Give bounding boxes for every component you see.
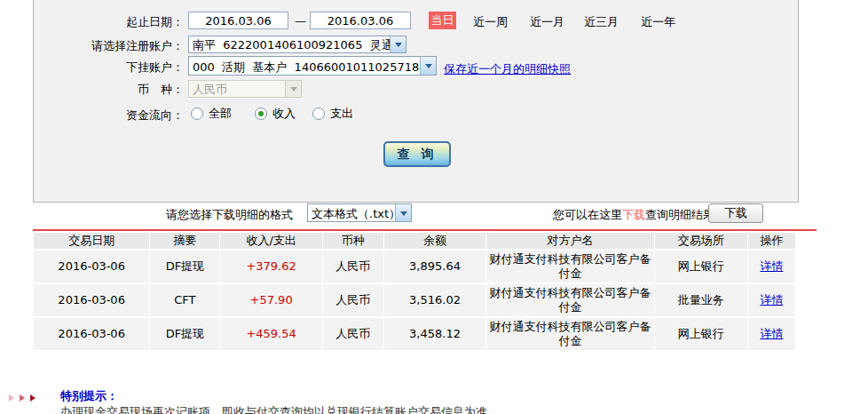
- flow-radio-expense[interactable]: 支出: [312, 106, 353, 122]
- query-form-panel: [33, 0, 799, 203]
- col-header-balance: 余额: [384, 233, 485, 249]
- register-account-value: 南平 6222001406100921065 灵通卡: [189, 36, 390, 52]
- range-week-link[interactable]: 近一周: [473, 14, 508, 30]
- download-button[interactable]: 下载: [708, 203, 763, 223]
- cell-currency: 人民币: [323, 251, 383, 283]
- sub-account-label: 下挂账户：: [71, 60, 184, 76]
- range-year-link[interactable]: 近一年: [641, 14, 675, 30]
- chevron-down-icon[interactable]: [395, 204, 411, 221]
- range-month-link[interactable]: 近一月: [530, 14, 564, 30]
- flow-radio-income[interactable]: 收入: [255, 106, 296, 122]
- cell-summary: DF提现: [150, 318, 219, 350]
- cell-date: 2016-03-06: [34, 251, 149, 283]
- flow-radio-all-label: 全部: [209, 106, 232, 122]
- snapshot-link[interactable]: 保存近一个月的明细快照: [444, 61, 571, 77]
- sub-account-value: 000 活期 基本户 1406600101102571848: [189, 57, 420, 75]
- cell-currency: 人民币: [323, 284, 383, 316]
- radio-icon[interactable]: [255, 107, 267, 120]
- flow-radio-all[interactable]: 全部: [191, 106, 232, 122]
- cell-channel: 网上银行: [655, 318, 747, 350]
- col-header-date: 交易日期: [34, 233, 149, 249]
- cell-channel: 批量业务: [655, 284, 747, 316]
- currency-value: 人民币: [189, 81, 285, 97]
- col-header-summary: 摘要: [150, 233, 219, 249]
- range-today-badge[interactable]: 当日: [429, 12, 456, 29]
- chevron-down-icon[interactable]: [420, 57, 436, 75]
- cell-counterparty: 财付通支付科技有限公司客户备付金: [486, 251, 653, 283]
- col-header-action: 操作: [748, 233, 795, 249]
- download-hint-prefix: 您可以在这里: [553, 208, 622, 221]
- cell-balance: 3,458.12: [384, 318, 485, 350]
- transactions-table: 交易日期 摘要 收入/支出 币种 余额 对方户名 交易场所 操作 2016-03…: [33, 231, 796, 352]
- special-tip-title: 特别提示：: [60, 388, 118, 404]
- download-hint: 您可以在这里下载查询明细结果: [553, 207, 714, 223]
- date-range-separator: —: [295, 14, 306, 28]
- date-from-input[interactable]: [188, 12, 288, 29]
- radio-icon[interactable]: [191, 107, 203, 120]
- cell-amount: +57.90: [220, 284, 321, 316]
- query-button[interactable]: 查 询: [383, 141, 451, 167]
- cell-summary: CFT: [150, 284, 219, 316]
- table-header-row: 交易日期 摘要 收入/支出 币种 余额 对方户名 交易场所 操作: [34, 233, 795, 249]
- sub-account-select[interactable]: 000 活期 基本户 1406600101102571848: [188, 56, 437, 76]
- detail-link[interactable]: 详情: [760, 327, 783, 340]
- download-format-value: 文本格式（.txt）: [308, 204, 395, 221]
- cell-counterparty: 财付通支付科技有限公司客户备付金: [486, 284, 653, 316]
- currency-label: 币 种：: [71, 82, 184, 98]
- register-account-select[interactable]: 南平 6222001406100921065 灵通卡: [188, 36, 406, 53]
- detail-link[interactable]: 详情: [760, 293, 783, 307]
- cell-counterparty: 财付通支付科技有限公司客户备付金: [486, 318, 653, 350]
- flow-radio-income-label: 收入: [272, 106, 296, 122]
- download-format-label: 请您选择下载明细的格式: [166, 207, 293, 223]
- date-to-input[interactable]: [310, 12, 411, 29]
- cell-date: 2016-03-06: [34, 284, 149, 316]
- chevron-down-icon[interactable]: [390, 36, 406, 52]
- download-format-select[interactable]: 文本格式（.txt）: [307, 203, 412, 222]
- col-header-currency: 币种: [323, 233, 383, 249]
- col-header-counterparty: 对方户名: [486, 233, 653, 249]
- download-hint-suffix: 查询明细结果: [645, 208, 714, 221]
- special-tip-text: 办理现金交易现场再次记账项，即收与付交查询均以兑现银行结算账户交易信息为准: [60, 404, 487, 414]
- cell-currency: 人民币: [323, 318, 383, 350]
- radio-icon[interactable]: [312, 107, 325, 120]
- currency-select: 人民币: [188, 80, 302, 98]
- triangle-arrows-icon: [9, 391, 36, 404]
- date-range-label: 起止日期：: [71, 14, 184, 30]
- cell-date: 2016-03-06: [34, 318, 149, 350]
- col-header-channel: 交易场所: [655, 233, 747, 249]
- cell-balance: 3,895.64: [384, 251, 485, 283]
- cell-summary: DF提现: [150, 251, 219, 283]
- detail-link[interactable]: 详情: [760, 259, 783, 273]
- col-header-amount: 收入/支出: [220, 233, 321, 249]
- download-hint-link[interactable]: 下载: [622, 208, 645, 221]
- table-row: 2016-03-06 DF提现 +459.54 人民币 3,458.12 财付通…: [34, 318, 795, 350]
- register-account-label: 请选择注册账户：: [71, 38, 184, 54]
- chevron-down-icon: [285, 81, 301, 97]
- cell-amount: +379.62: [220, 251, 321, 283]
- cell-channel: 网上银行: [655, 251, 747, 283]
- fund-flow-label: 资金流向：: [71, 107, 184, 123]
- table-row: 2016-03-06 CFT +57.90 人民币 3,516.02 财付通支付…: [34, 284, 795, 316]
- flow-radio-expense-label: 支出: [330, 106, 353, 122]
- cell-amount: +459.54: [220, 318, 321, 350]
- table-row: 2016-03-06 DF提现 +379.62 人民币 3,895.64 财付通…: [34, 251, 795, 283]
- cell-balance: 3,516.02: [384, 284, 485, 316]
- range-quarter-link[interactable]: 近三月: [584, 14, 619, 30]
